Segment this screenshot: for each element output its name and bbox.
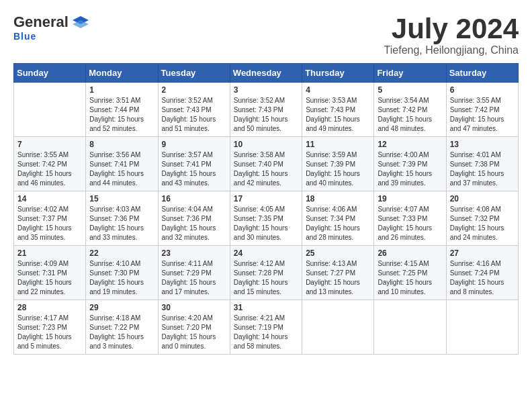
day-number: 24: [234, 248, 298, 258]
table-row: 14Sunrise: 4:02 AMSunset: 7:37 PMDayligh…: [14, 191, 86, 246]
table-row: 23Sunrise: 4:11 AMSunset: 7:29 PMDayligh…: [158, 246, 230, 300]
day-number: 2: [162, 85, 226, 95]
table-row: 5Sunrise: 3:54 AMSunset: 7:42 PMDaylight…: [374, 83, 446, 137]
col-friday: Friday: [374, 64, 446, 83]
day-info: Sunrise: 4:13 AMSunset: 7:27 PMDaylight:…: [306, 259, 370, 297]
calendar-header-row: Sunday Monday Tuesday Wednesday Thursday…: [14, 64, 519, 83]
logo-flag-icon: [71, 15, 90, 30]
day-number: 13: [450, 140, 515, 149]
day-info: Sunrise: 4:01 AMSunset: 7:38 PMDaylight:…: [450, 150, 515, 188]
day-info: Sunrise: 4:17 AMSunset: 7:23 PMDaylight:…: [17, 314, 82, 351]
day-info: Sunrise: 4:12 AMSunset: 7:28 PMDaylight:…: [234, 259, 298, 297]
day-info: Sunrise: 4:03 AMSunset: 7:36 PMDaylight:…: [89, 205, 154, 242]
day-info: Sunrise: 4:18 AMSunset: 7:22 PMDaylight:…: [89, 314, 154, 351]
day-info: Sunrise: 3:56 AMSunset: 7:41 PMDaylight:…: [89, 150, 154, 188]
day-info: Sunrise: 4:00 AMSunset: 7:39 PMDaylight:…: [378, 150, 442, 188]
day-number: 7: [17, 140, 82, 149]
col-saturday: Saturday: [446, 64, 518, 83]
day-number: 21: [17, 248, 82, 258]
day-info: Sunrise: 4:07 AMSunset: 7:33 PMDaylight:…: [378, 205, 442, 242]
table-row: 17Sunrise: 4:05 AMSunset: 7:35 PMDayligh…: [230, 191, 302, 246]
day-info: Sunrise: 4:11 AMSunset: 7:29 PMDaylight:…: [162, 259, 226, 297]
day-number: 6: [450, 85, 515, 95]
day-info: Sunrise: 4:08 AMSunset: 7:32 PMDaylight:…: [450, 205, 515, 242]
calendar-table: Sunday Monday Tuesday Wednesday Thursday…: [13, 63, 519, 355]
day-info: Sunrise: 3:58 AMSunset: 7:40 PMDaylight:…: [234, 150, 298, 188]
calendar-week-row: 21Sunrise: 4:09 AMSunset: 7:31 PMDayligh…: [14, 246, 519, 300]
col-thursday: Thursday: [302, 64, 374, 83]
day-info: Sunrise: 4:10 AMSunset: 7:30 PMDaylight:…: [89, 259, 154, 297]
calendar-week-row: 1Sunrise: 3:51 AMSunset: 7:44 PMDaylight…: [14, 83, 519, 137]
day-info: Sunrise: 4:15 AMSunset: 7:25 PMDaylight:…: [378, 259, 442, 297]
day-number: 23: [162, 248, 226, 258]
table-row: 27Sunrise: 4:16 AMSunset: 7:24 PMDayligh…: [446, 246, 518, 300]
table-row: 2Sunrise: 3:52 AMSunset: 7:43 PMDaylight…: [158, 83, 230, 137]
day-number: 19: [378, 194, 442, 203]
logo-blue-text: Blue: [13, 31, 36, 42]
col-monday: Monday: [86, 64, 158, 83]
table-row: 9Sunrise: 3:57 AMSunset: 7:41 PMDaylight…: [158, 137, 230, 191]
location-title: Tiefeng, Heilongjiang, China: [384, 44, 519, 56]
table-row: 1Sunrise: 3:51 AMSunset: 7:44 PMDaylight…: [86, 83, 158, 137]
day-number: 20: [450, 194, 515, 203]
day-info: Sunrise: 3:52 AMSunset: 7:43 PMDaylight:…: [234, 96, 298, 134]
day-number: 18: [306, 194, 370, 203]
day-info: Sunrise: 4:05 AMSunset: 7:35 PMDaylight:…: [234, 205, 298, 242]
table-row: 28Sunrise: 4:17 AMSunset: 7:23 PMDayligh…: [14, 300, 86, 355]
day-info: Sunrise: 3:59 AMSunset: 7:39 PMDaylight:…: [306, 150, 370, 188]
day-info: Sunrise: 4:20 AMSunset: 7:20 PMDaylight:…: [162, 314, 226, 351]
col-tuesday: Tuesday: [158, 64, 230, 83]
table-row: 18Sunrise: 4:06 AMSunset: 7:34 PMDayligh…: [302, 191, 374, 246]
table-row: 4Sunrise: 3:53 AMSunset: 7:43 PMDaylight…: [302, 83, 374, 137]
col-sunday: Sunday: [14, 64, 86, 83]
day-number: 15: [89, 194, 154, 203]
table-row: 31Sunrise: 4:21 AMSunset: 7:19 PMDayligh…: [230, 300, 302, 355]
day-number: 4: [306, 85, 370, 95]
day-number: 30: [162, 303, 226, 312]
table-row: [374, 300, 446, 355]
day-info: Sunrise: 3:52 AMSunset: 7:43 PMDaylight:…: [162, 96, 226, 134]
table-row: 26Sunrise: 4:15 AMSunset: 7:25 PMDayligh…: [374, 246, 446, 300]
table-row: 30Sunrise: 4:20 AMSunset: 7:20 PMDayligh…: [158, 300, 230, 355]
day-info: Sunrise: 3:54 AMSunset: 7:42 PMDaylight:…: [378, 96, 442, 134]
day-number: 14: [17, 194, 82, 203]
table-row: 29Sunrise: 4:18 AMSunset: 7:22 PMDayligh…: [86, 300, 158, 355]
col-wednesday: Wednesday: [230, 64, 302, 83]
table-row: 15Sunrise: 4:03 AMSunset: 7:36 PMDayligh…: [86, 191, 158, 246]
day-number: 22: [89, 248, 154, 258]
calendar-week-row: 14Sunrise: 4:02 AMSunset: 7:37 PMDayligh…: [14, 191, 519, 246]
day-number: 1: [89, 85, 154, 95]
day-info: Sunrise: 4:21 AMSunset: 7:19 PMDaylight:…: [234, 314, 298, 351]
table-row: 22Sunrise: 4:10 AMSunset: 7:30 PMDayligh…: [86, 246, 158, 300]
day-info: Sunrise: 3:55 AMSunset: 7:42 PMDaylight:…: [450, 96, 515, 134]
day-info: Sunrise: 3:55 AMSunset: 7:42 PMDaylight:…: [17, 150, 82, 188]
day-info: Sunrise: 4:06 AMSunset: 7:34 PMDaylight:…: [306, 205, 370, 242]
day-number: 8: [89, 140, 154, 149]
table-row: 7Sunrise: 3:55 AMSunset: 7:42 PMDaylight…: [14, 137, 86, 191]
table-row: 6Sunrise: 3:55 AMSunset: 7:42 PMDaylight…: [446, 83, 518, 137]
table-row: [14, 83, 86, 137]
day-number: 26: [378, 248, 442, 258]
day-info: Sunrise: 3:53 AMSunset: 7:43 PMDaylight:…: [306, 96, 370, 134]
day-number: 11: [306, 140, 370, 149]
day-number: 12: [378, 140, 442, 149]
day-info: Sunrise: 3:57 AMSunset: 7:41 PMDaylight:…: [162, 150, 226, 188]
day-number: 16: [162, 194, 226, 203]
calendar-week-row: 7Sunrise: 3:55 AMSunset: 7:42 PMDaylight…: [14, 137, 519, 191]
logo-general-text: General: [13, 13, 69, 31]
day-number: 5: [378, 85, 442, 95]
table-row: 25Sunrise: 4:13 AMSunset: 7:27 PMDayligh…: [302, 246, 374, 300]
table-row: 8Sunrise: 3:56 AMSunset: 7:41 PMDaylight…: [86, 137, 158, 191]
logo: General Blue: [13, 13, 90, 42]
day-number: 28: [17, 303, 82, 312]
table-row: 21Sunrise: 4:09 AMSunset: 7:31 PMDayligh…: [14, 246, 86, 300]
table-row: [302, 300, 374, 355]
table-row: 13Sunrise: 4:01 AMSunset: 7:38 PMDayligh…: [446, 137, 518, 191]
day-number: 17: [234, 194, 298, 203]
table-row: 11Sunrise: 3:59 AMSunset: 7:39 PMDayligh…: [302, 137, 374, 191]
day-info: Sunrise: 3:51 AMSunset: 7:44 PMDaylight:…: [89, 96, 154, 134]
title-block: July 2024 Tiefeng, Heilongjiang, China: [384, 13, 519, 56]
day-info: Sunrise: 4:02 AMSunset: 7:37 PMDaylight:…: [17, 205, 82, 242]
day-number: 29: [89, 303, 154, 312]
day-info: Sunrise: 4:09 AMSunset: 7:31 PMDaylight:…: [17, 259, 82, 297]
